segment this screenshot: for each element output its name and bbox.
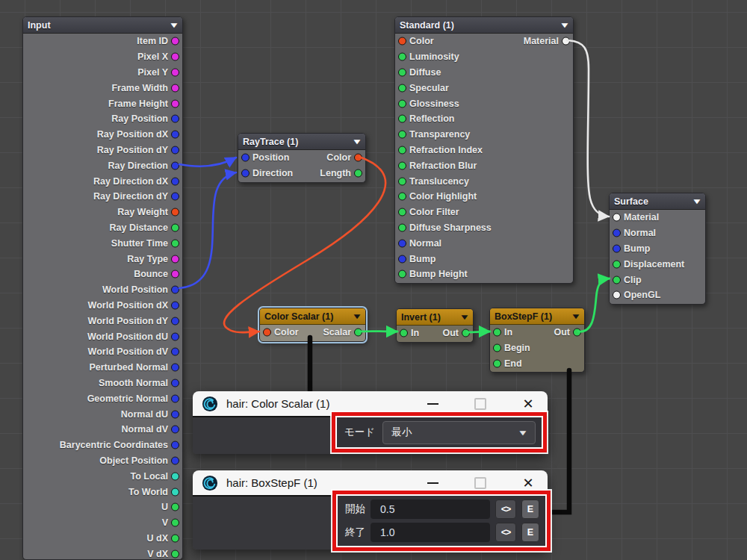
port-ray-type-dot[interactable]: [171, 255, 179, 263]
port-barycentric-coordinates-dot[interactable]: [171, 441, 179, 449]
minimize-button[interactable]: [427, 477, 438, 489]
port-specular-dot[interactable]: [398, 84, 406, 92]
port-refraction-index-dot[interactable]: [398, 146, 406, 154]
port-transparency-dot[interactable]: [398, 131, 406, 139]
port-translucency-dot[interactable]: [398, 177, 406, 185]
node-boxstepf[interactable]: BoxStepF (1)InOutBeginEnd: [489, 308, 585, 373]
port-glossiness-dot[interactable]: [398, 99, 406, 108]
chevron-down-icon[interactable]: [350, 138, 361, 146]
port-to-local-dot[interactable]: [171, 472, 179, 480]
port-shutter-time-dot[interactable]: [171, 239, 179, 247]
port-geometric-normal-dot[interactable]: [171, 394, 179, 402]
port-displacement-dot[interactable]: [613, 260, 621, 268]
end-input[interactable]: 1.0: [371, 523, 490, 542]
port-direction-dot[interactable]: [241, 169, 249, 178]
port-in-dot[interactable]: [493, 329, 501, 337]
port-ray-position-dy-dot[interactable]: [171, 146, 179, 154]
chevron-down-icon[interactable]: [458, 314, 468, 321]
wire-invert-out-to-boxstepf-in[interactable]: [467, 332, 490, 332]
port-to-world-dot[interactable]: [171, 488, 179, 496]
close-button[interactable]: ✕: [522, 477, 534, 489]
port-clip-dot[interactable]: [613, 276, 621, 284]
wire-raytrace-color-to-colorscalar-color[interactable]: [224, 157, 385, 332]
node-editor-canvas[interactable]: InputItem IDPixel XPixel YFrame WidthFra…: [0, 0, 747, 560]
minimize-button[interactable]: [427, 398, 438, 410]
expression-button[interactable]: <>: [495, 500, 516, 519]
start-input[interactable]: 0.5: [371, 500, 490, 519]
port-ray-position-dx-dot[interactable]: [171, 131, 179, 139]
port-world-position-du-dot[interactable]: [171, 332, 179, 340]
node-header-standard[interactable]: Standard (1): [395, 17, 573, 34]
port-color-highlight-dot[interactable]: [398, 193, 406, 201]
port-item-id-dot[interactable]: [171, 37, 179, 46]
port-in-dot[interactable]: [400, 329, 408, 337]
port-world-position-dot[interactable]: [171, 286, 179, 294]
port-begin-dot[interactable]: [493, 344, 501, 352]
port-v-dx-dot[interactable]: [171, 550, 179, 558]
port-diffuse-sharpness-dot[interactable]: [398, 223, 406, 231]
node-surface[interactable]: SurfaceMaterialNormalBumpDisplacementCli…: [609, 193, 706, 305]
maximize-button[interactable]: [474, 398, 486, 410]
port-ray-direction-dx-dot[interactable]: [171, 177, 179, 185]
node-invert[interactable]: Invert (1)InOut: [396, 308, 474, 343]
port-position-dot[interactable]: [241, 154, 249, 162]
port-frame-width-dot[interactable]: [171, 84, 179, 92]
port-normal-dv-dot[interactable]: [171, 426, 179, 434]
port-perturbed-normal-dot[interactable]: [171, 364, 179, 372]
port-ray-weight-dot[interactable]: [171, 208, 179, 217]
port-bump-height-dot[interactable]: [398, 270, 406, 279]
port-ray-direction-dy-dot[interactable]: [171, 193, 179, 201]
port-luminosity-dot[interactable]: [398, 53, 406, 61]
port-bump-dot[interactable]: [613, 244, 621, 252]
port-material-dot[interactable]: [613, 214, 621, 222]
port-world-position-dv-dot[interactable]: [171, 348, 179, 356]
port-opengl-dot[interactable]: [613, 291, 621, 299]
port-bounce-dot[interactable]: [171, 270, 179, 279]
envelope-button[interactable]: E: [521, 500, 539, 519]
node-raytrace[interactable]: RayTrace (1)PositionColorDirectionLength: [238, 133, 366, 183]
port-reflection-dot[interactable]: [398, 115, 406, 123]
port-world-position-dy-dot[interactable]: [171, 317, 179, 325]
port-smooth-normal-dot[interactable]: [171, 379, 179, 387]
wire-world-position-to-raytrace-direction[interactable]: [179, 172, 236, 288]
port-scalar-dot[interactable]: [354, 329, 362, 337]
port-length-dot[interactable]: [354, 169, 362, 178]
node-header-raytrace[interactable]: RayTrace (1): [238, 134, 365, 150]
node-header-surface[interactable]: Surface: [610, 193, 705, 210]
port-pixel-x-dot[interactable]: [171, 53, 179, 61]
chevron-down-icon[interactable]: [690, 198, 701, 205]
close-button[interactable]: ✕: [522, 398, 534, 410]
port-out-dot[interactable]: [462, 329, 470, 337]
port-object-position-dot[interactable]: [171, 456, 179, 464]
node-header-invert[interactable]: Invert (1): [397, 309, 473, 326]
port-ray-direction-dot[interactable]: [171, 161, 179, 169]
chevron-down-icon[interactable]: [350, 313, 361, 320]
port-u-dot[interactable]: [171, 503, 179, 511]
port-end-dot[interactable]: [493, 359, 501, 367]
envelope-button[interactable]: E: [521, 523, 539, 542]
port-u-dx-dot[interactable]: [171, 534, 179, 542]
port-normal-du-dot[interactable]: [171, 410, 179, 418]
port-world-position-dx-dot[interactable]: [171, 301, 179, 309]
port-refraction-blur-dot[interactable]: [398, 161, 406, 169]
port-color-dot[interactable]: [263, 329, 271, 337]
node-standard[interactable]: Standard (1)ColorMaterialLuminosityDiffu…: [394, 16, 574, 284]
wire-ray-direction-to-raytrace-position[interactable]: [179, 158, 236, 167]
port-bump-dot[interactable]: [398, 255, 406, 263]
node-color-scalar[interactable]: Color Scalar (1)ColorScalar: [259, 308, 366, 342]
maximize-button[interactable]: [474, 477, 486, 489]
chevron-down-icon[interactable]: [167, 22, 178, 29]
port-diffuse-dot[interactable]: [398, 68, 406, 76]
port-normal-dot[interactable]: [398, 239, 406, 247]
node-header-boxstepf[interactable]: BoxStepF (1): [490, 308, 584, 325]
node-input[interactable]: InputItem IDPixel XPixel YFrame WidthFra…: [22, 16, 183, 560]
port-color-filter-dot[interactable]: [398, 208, 406, 217]
port-frame-height-dot[interactable]: [171, 99, 179, 108]
mode-dropdown[interactable]: 最小: [382, 421, 536, 444]
expression-button[interactable]: <>: [495, 523, 516, 542]
port-v-dot[interactable]: [171, 519, 179, 527]
port-ray-position-dot[interactable]: [171, 115, 179, 123]
chevron-down-icon[interactable]: [569, 313, 580, 320]
port-ray-distance-dot[interactable]: [171, 223, 179, 231]
port-color-dot[interactable]: [398, 37, 406, 46]
